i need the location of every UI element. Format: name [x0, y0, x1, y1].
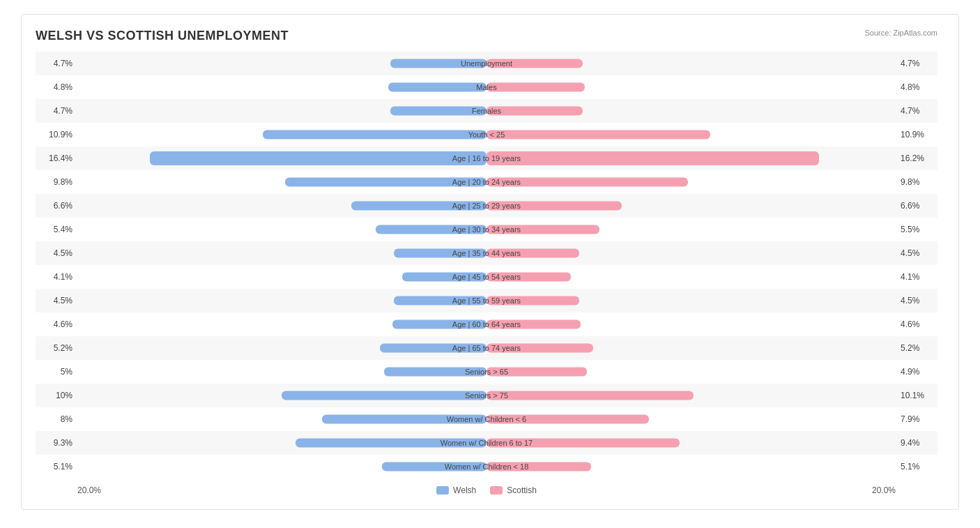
welsh-bar-wrapper: [76, 368, 487, 377]
bars-area: Women w/ Children < 6: [76, 407, 897, 431]
chart-row: 5.2% Age | 65 to 74 years 5.2%: [36, 336, 937, 360]
welsh-bar-wrapper: [76, 415, 487, 424]
bars-area: Women w/ Children < 18: [76, 455, 897, 478]
chart-row: 4.7% Females 4.7%: [36, 99, 937, 123]
legend-item-welsh: Welsh: [436, 485, 476, 495]
welsh-bar-wrapper: [76, 130, 487, 139]
left-value: 10%: [36, 391, 76, 400]
scottish-bar: [487, 344, 593, 353]
welsh-bar-wrapper: [76, 151, 487, 165]
right-value: 4.7%: [897, 106, 937, 116]
legend-row: 20.0% Welsh Scottish 20.0%: [36, 485, 937, 495]
chart-header: WELSH VS SCOTTISH UNEMPLOYMENT Source: Z…: [36, 29, 937, 43]
scottish-bar: [487, 130, 710, 139]
right-value: 4.5%: [897, 296, 937, 306]
left-value: 4.1%: [36, 272, 76, 282]
chart-container: WELSH VS SCOTTISH UNEMPLOYMENT Source: Z…: [21, 14, 959, 510]
bars-area: Women w/ Children 6 to 17: [76, 431, 897, 455]
welsh-bar-wrapper: [76, 249, 487, 258]
scottish-bar-wrapper: [487, 391, 897, 400]
bars-area: Age | 55 to 59 years: [76, 289, 897, 312]
bars-area: Age | 60 to 64 years: [76, 312, 897, 336]
welsh-bar: [351, 202, 487, 211]
legend-items: Welsh Scottish: [436, 485, 537, 495]
left-value: 9.3%: [36, 438, 76, 448]
chart-row: 5% Seniors > 65 4.9%: [36, 360, 937, 384]
scottish-bar: [487, 462, 591, 472]
right-value: 5.1%: [897, 462, 937, 472]
chart-row: 4.5% Age | 35 to 44 years 4.5%: [36, 241, 937, 265]
right-value: 6.6%: [897, 201, 937, 211]
welsh-bar-wrapper: [76, 320, 487, 329]
scottish-bar: [487, 320, 581, 329]
chart-rows: 4.7% Unemployment 4.7% 4.8%: [36, 52, 937, 478]
welsh-bar: [376, 225, 487, 234]
scottish-bar-wrapper: [487, 344, 897, 353]
bars-area: Age | 30 to 34 years: [76, 218, 897, 241]
legend-item-scottish: Scottish: [490, 485, 537, 495]
bars-area: Age | 35 to 44 years: [76, 241, 897, 265]
bars-area: Males: [76, 75, 897, 99]
scottish-bar-wrapper: [487, 202, 897, 211]
bars-area: Youth < 25: [76, 123, 897, 146]
right-value: 10.9%: [897, 130, 937, 139]
legend-scale-right: 20.0%: [872, 485, 896, 495]
chart-row: 16.4% Age | 16 to 19 years 16.2%: [36, 146, 937, 170]
chart-row: 5.4% Age | 30 to 34 years 5.5%: [36, 218, 937, 241]
scottish-bar: [487, 83, 585, 92]
bars-area: Age | 20 to 24 years: [76, 170, 897, 194]
left-value: 4.5%: [36, 248, 76, 258]
scottish-bar-wrapper: [487, 59, 897, 68]
welsh-bar: [390, 107, 487, 116]
chart-title: WELSH VS SCOTTISH UNEMPLOYMENT: [36, 29, 289, 43]
scottish-bar-wrapper: [487, 83, 897, 92]
scottish-bar-wrapper: [487, 415, 897, 424]
scottish-bar-wrapper: [487, 225, 897, 234]
chart-row: 10% Seniors > 75 10.1%: [36, 384, 937, 407]
bars-area: Females: [76, 99, 897, 123]
welsh-bar: [384, 368, 487, 377]
left-value: 4.5%: [36, 296, 76, 306]
scottish-label: Scottish: [507, 485, 537, 495]
bars-area: Seniors > 75: [76, 384, 897, 407]
scottish-bar: [487, 439, 680, 448]
left-value: 9.8%: [36, 177, 76, 187]
scottish-bar-wrapper: [487, 296, 897, 306]
welsh-bar: [296, 439, 487, 448]
chart-row: 5.1% Women w/ Children < 18 5.1%: [36, 455, 937, 478]
chart-row: 4.1% Age | 45 to 54 years 4.1%: [36, 265, 937, 289]
chart-row: 6.6% Age | 25 to 29 years 6.6%: [36, 194, 937, 218]
scottish-bar: [487, 296, 579, 306]
right-value: 4.1%: [897, 272, 937, 282]
scottish-bar: [487, 225, 599, 234]
left-value: 5%: [36, 367, 76, 377]
right-value: 4.8%: [897, 82, 937, 92]
left-value: 6.6%: [36, 201, 76, 211]
right-value: 5.5%: [897, 225, 937, 234]
scottish-bar: [487, 151, 819, 165]
right-value: 9.8%: [897, 177, 937, 187]
right-value: 10.1%: [897, 391, 937, 400]
welsh-bar: [380, 344, 487, 353]
welsh-bar: [322, 415, 487, 424]
scottish-bar-wrapper: [487, 107, 897, 116]
chart-row: 10.9% Youth < 25 10.9%: [36, 123, 937, 146]
scottish-bar: [487, 107, 583, 116]
bars-area: Seniors > 65: [76, 360, 897, 384]
chart-row: 4.7% Unemployment 4.7%: [36, 52, 937, 75]
left-value: 4.7%: [36, 59, 76, 68]
scottish-swatch: [490, 486, 503, 495]
right-value: 7.9%: [897, 414, 937, 424]
left-value: 8%: [36, 414, 76, 424]
chart-row: 8% Women w/ Children < 6 7.9%: [36, 407, 937, 431]
welsh-bar: [282, 391, 487, 400]
bars-area: Unemployment: [76, 52, 897, 75]
chart-source: Source: ZipAtlas.com: [864, 29, 937, 37]
right-value: 5.2%: [897, 343, 937, 353]
welsh-swatch: [436, 486, 449, 495]
welsh-bar: [394, 296, 487, 306]
right-value: 4.6%: [897, 319, 937, 329]
welsh-bar: [390, 59, 487, 68]
welsh-bar-wrapper: [76, 296, 487, 306]
chart-row: 4.5% Age | 55 to 59 years 4.5%: [36, 289, 937, 312]
